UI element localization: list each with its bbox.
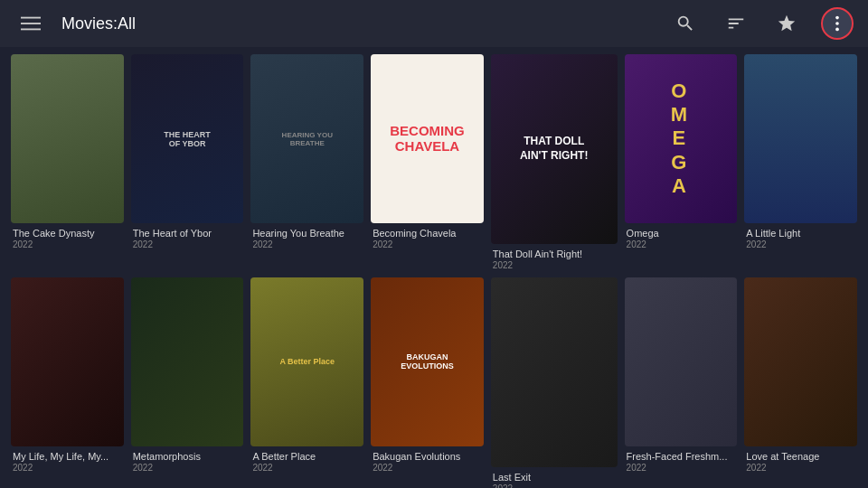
movie-info: Omega2022 <box>625 223 738 249</box>
movie-card[interactable]: Metamorphosis2022 <box>131 277 244 488</box>
movie-year: 2022 <box>373 463 482 473</box>
movie-info: Love at Teenage2022 <box>744 446 857 473</box>
app-header: Movies:All <box>0 0 868 47</box>
movie-grid: The Cake Dynasty2022THE HEARTOF YBORThe … <box>11 54 857 488</box>
movie-card[interactable]: Love at Teenage2022 <box>744 277 857 488</box>
movie-card[interactable]: HEARING YOUBREATHEHearing You Breathe202… <box>250 54 363 270</box>
movie-info: A Little Light2022 <box>744 223 857 249</box>
movie-title: The Cake Dynasty <box>13 227 122 239</box>
movie-card[interactable]: BAKUGANEVOLUTIONSBakugan Evolutions2022 <box>371 277 484 488</box>
movie-title: Hearing You Breathe <box>252 227 362 239</box>
movie-year: 2022 <box>13 239 122 249</box>
more-options-button[interactable] <box>821 7 854 40</box>
header-left: Movies:All <box>14 7 136 40</box>
movie-title: A Better Place <box>252 450 362 463</box>
movie-title: Metamorphosis <box>133 450 242 463</box>
movie-info: Last Exit2022 <box>491 467 618 488</box>
movie-title: Bakugan Evolutions <box>373 450 482 463</box>
movie-info: Becoming Chavela2022 <box>371 223 484 249</box>
movie-poster: THAT DOLLAIN'T RIGHT! <box>491 54 618 244</box>
movies-content: The Cake Dynasty2022THE HEARTOF YBORThe … <box>0 47 868 488</box>
movie-title: A Little Light <box>746 227 855 239</box>
movie-year: 2022 <box>13 463 122 473</box>
movie-poster <box>744 277 857 446</box>
movie-card[interactable]: The Cake Dynasty2022 <box>11 54 124 270</box>
movie-poster <box>131 277 244 446</box>
movie-card[interactable]: OMEGAOmega2022 <box>625 54 738 270</box>
movie-year: 2022 <box>252 463 362 473</box>
movie-poster <box>625 277 738 446</box>
movie-year: 2022 <box>133 463 242 473</box>
movie-info: Metamorphosis2022 <box>131 446 244 473</box>
movie-title: Fresh-Faced Freshm... <box>627 450 736 463</box>
filter-button[interactable] <box>720 7 752 40</box>
movie-card[interactable]: Last Exit2022 <box>491 277 618 488</box>
movie-year: 2022 <box>746 463 855 473</box>
svg-rect-0 <box>21 17 41 19</box>
movie-poster: HEARING YOUBREATHE <box>250 54 363 223</box>
movie-year: 2022 <box>252 239 362 249</box>
movie-card[interactable]: My Life, My Life, My...2022 <box>11 277 124 488</box>
movie-title: Love at Teenage <box>746 450 855 463</box>
movie-info: The Cake Dynasty2022 <box>11 223 124 249</box>
svg-point-3 <box>835 16 839 20</box>
movie-card[interactable]: BECOMINGCHAVELABecoming Chavela2022 <box>371 54 484 270</box>
movie-info: A Better Place2022 <box>250 446 363 473</box>
movie-info: My Life, My Life, My...2022 <box>11 446 124 473</box>
movie-year: 2022 <box>493 483 616 488</box>
movie-title: Becoming Chavela <box>373 227 482 239</box>
movie-title: Last Exit <box>493 471 616 483</box>
movie-year: 2022 <box>373 239 482 249</box>
movie-year: 2022 <box>133 239 242 249</box>
svg-point-5 <box>835 28 839 32</box>
header-right <box>669 7 854 40</box>
movie-poster: BECOMINGCHAVELA <box>371 54 484 223</box>
movie-poster <box>744 54 857 223</box>
svg-rect-1 <box>21 23 41 24</box>
star-button[interactable] <box>770 7 803 40</box>
movie-card[interactable]: THAT DOLLAIN'T RIGHT!That Doll Ain't Rig… <box>491 54 618 270</box>
movie-card[interactable]: THE HEARTOF YBORThe Heart of Ybor2022 <box>131 54 244 270</box>
movie-title: The Heart of Ybor <box>133 227 242 239</box>
movie-year: 2022 <box>627 239 736 249</box>
movie-poster: THE HEARTOF YBOR <box>131 54 244 223</box>
movie-info: Bakugan Evolutions2022 <box>371 446 484 473</box>
menu-button[interactable] <box>14 7 47 40</box>
svg-point-4 <box>835 22 839 25</box>
movie-info: The Heart of Ybor2022 <box>131 223 244 249</box>
movie-year: 2022 <box>493 260 616 270</box>
movie-poster: BAKUGANEVOLUTIONS <box>371 277 484 446</box>
movie-poster: A Better Place <box>250 277 363 446</box>
movie-title: Omega <box>627 227 736 239</box>
movie-title: My Life, My Life, My... <box>13 450 122 463</box>
movie-poster <box>11 54 124 223</box>
movie-card[interactable]: A Better PlaceA Better Place2022 <box>250 277 363 488</box>
movie-poster <box>11 277 124 446</box>
movie-card[interactable]: A Little Light2022 <box>744 54 857 270</box>
movie-year: 2022 <box>627 463 736 473</box>
search-button[interactable] <box>669 7 702 40</box>
movie-poster <box>491 277 618 467</box>
svg-rect-2 <box>21 29 41 31</box>
movie-card[interactable]: Fresh-Faced Freshm...2022 <box>625 277 738 488</box>
movie-info: That Doll Ain't Right!2022 <box>491 244 618 270</box>
movie-info: Hearing You Breathe2022 <box>250 223 363 249</box>
movie-info: Fresh-Faced Freshm...2022 <box>625 446 738 473</box>
movie-year: 2022 <box>746 239 855 249</box>
movie-title: That Doll Ain't Right! <box>493 248 616 260</box>
page-title: Movies:All <box>61 14 136 33</box>
movie-poster: OMEGA <box>625 54 738 223</box>
